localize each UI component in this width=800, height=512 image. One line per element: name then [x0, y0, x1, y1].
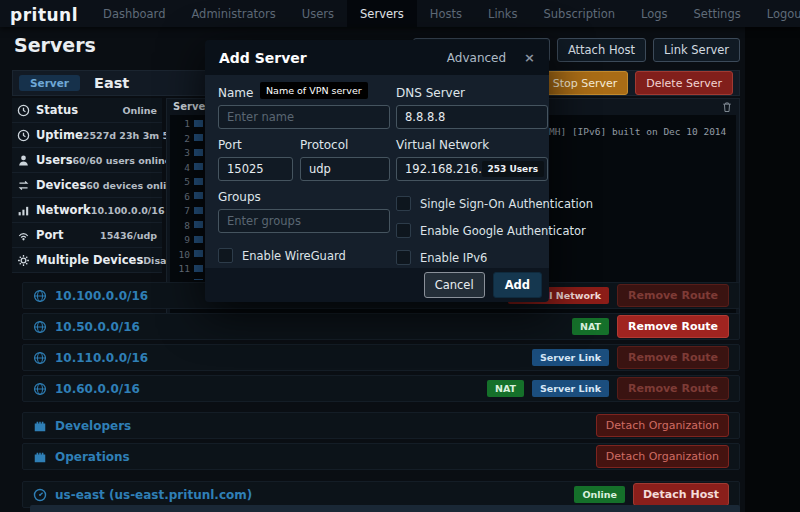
console-log-fragments — [194, 120, 203, 280]
signal-bars-icon — [17, 204, 30, 217]
link-server-button[interactable]: Link Server — [653, 38, 740, 62]
server-link-badge: Server Link — [532, 380, 609, 397]
users-count-badge: 253 Users — [482, 161, 544, 177]
modal-body: Name Name of VPN server Port Protocol Gr… — [205, 75, 549, 268]
close-icon[interactable]: × — [524, 50, 535, 65]
cancel-button[interactable]: Cancel — [424, 272, 485, 298]
nav-item-administrators[interactable]: Administrators — [178, 0, 288, 27]
host-row: us-east (us-east.pritunl.com) Online Det… — [22, 481, 740, 508]
info-row-multiple-devices: Multiple Devices Disabled — [12, 248, 162, 273]
route-cidr: 10.60.0.0/16 — [55, 382, 140, 396]
checkbox-icon[interactable] — [218, 248, 233, 263]
top-nav: pritunl Dashboard Administrators Users S… — [0, 0, 800, 27]
advanced-button[interactable]: Advanced — [447, 51, 506, 65]
nav-item-dashboard[interactable]: Dashboard — [90, 0, 178, 27]
nav-item-settings[interactable]: Settings — [681, 0, 754, 27]
next-panel-edge — [30, 505, 740, 512]
wifi-icon — [17, 229, 30, 242]
nat-badge: NAT — [487, 380, 524, 397]
nav-item-users[interactable]: Users — [289, 0, 347, 27]
page-title: Servers — [14, 34, 96, 56]
organization-row: Developers Detach Organization — [22, 412, 740, 439]
pritunl-app: pritunl Dashboard Administrators Users S… — [0, 0, 800, 512]
globe-icon — [33, 289, 47, 303]
status-clock-icon — [17, 104, 30, 117]
groups-input[interactable] — [218, 209, 390, 233]
protocol-label: Protocol — [300, 138, 390, 152]
route-cidr: 10.50.0.0/16 — [55, 320, 140, 334]
nav-item-subscription[interactable]: Subscription — [531, 0, 628, 27]
sso-checkbox-row[interactable]: Single Sign-On Authentication — [396, 196, 548, 211]
trash-icon[interactable] — [721, 101, 733, 113]
nav-item-hosts[interactable]: Hosts — [417, 0, 475, 27]
info-row-status: Status Online — [12, 98, 162, 123]
pritunl-logo[interactable]: pritunl — [0, 0, 90, 27]
virtual-network-label: Virtual Network — [396, 138, 548, 152]
route-cidr: 10.100.0.0/16 — [55, 289, 148, 303]
groups-label: Groups — [218, 190, 390, 204]
gauge-icon — [33, 488, 47, 502]
delete-server-button[interactable]: Delete Server — [635, 71, 733, 95]
server-type-badge: Server — [19, 75, 80, 91]
detach-organization-button[interactable]: Detach Organization — [596, 445, 729, 468]
globe-icon — [33, 382, 47, 396]
nat-badge: NAT — [572, 318, 609, 335]
route-cidr: 10.110.0.0/16 — [55, 351, 148, 365]
route-row: 10.110.0.0/16 Server Link Remove Route — [22, 344, 740, 371]
organization-name: Operations — [55, 450, 130, 464]
server-link-badge: Server Link — [532, 349, 609, 366]
checkbox-icon[interactable] — [396, 196, 411, 211]
dns-server-label: DNS Server — [396, 86, 548, 100]
modal-header: Add Server Advanced × — [205, 40, 549, 75]
name-label: Name Name of VPN server — [218, 86, 390, 100]
port-label: Port — [218, 138, 293, 152]
server-name: East — [94, 75, 129, 91]
remove-route-button[interactable]: Remove Route — [617, 315, 729, 338]
name-input[interactable] — [218, 105, 390, 129]
route-row: 10.50.0.0/16 NAT Remove Route — [22, 313, 740, 340]
info-row-devices: Devices 60 devices online — [12, 173, 162, 198]
globe-icon — [33, 320, 47, 334]
info-row-users: Users 60/60 users online — [12, 148, 162, 173]
checkbox-icon[interactable] — [396, 250, 411, 265]
fort-icon — [33, 450, 47, 464]
detach-organization-button[interactable]: Detach Organization — [596, 414, 729, 437]
checkbox-icon[interactable] — [396, 223, 411, 238]
info-row-uptime: Uptime 2527d 23h 3m 59s — [12, 123, 162, 148]
remove-route-button[interactable]: Remove Route — [617, 377, 729, 400]
online-badge: Online — [574, 486, 625, 503]
server-info-list: Status Online Uptime 2527d 23h 3m 59s Us… — [12, 98, 162, 273]
add-server-modal: Add Server Advanced × Name Name of VPN s… — [205, 40, 549, 302]
clock-icon — [17, 129, 30, 142]
info-row-port: Port 15436/udp — [12, 223, 162, 248]
name-tooltip: Name of VPN server — [260, 82, 368, 99]
remove-route-button[interactable]: Remove Route — [617, 346, 729, 369]
exchange-arrows-icon — [17, 179, 30, 192]
console-log-line: MH] [IPv6] built on Dec 10 2014 — [549, 126, 726, 137]
stop-server-button[interactable]: Stop Server — [542, 71, 629, 95]
fort-icon — [33, 419, 47, 433]
nav-item-logs[interactable]: Logs — [628, 0, 681, 27]
add-button[interactable]: Add — [493, 272, 542, 298]
route-row: 10.60.0.0/16 NAT Server Link Remove Rout… — [22, 375, 740, 402]
detach-host-button[interactable]: Detach Host — [633, 483, 729, 506]
info-row-network: Network 10.100.0.0/16 — [12, 198, 162, 223]
google-authenticator-checkbox-row[interactable]: Enable Google Authenticator — [396, 223, 548, 238]
protocol-input[interactable] — [300, 157, 390, 181]
organization-row: Operations Detach Organization — [22, 443, 740, 470]
host-name: us-east (us-east.pritunl.com) — [55, 488, 252, 502]
nav-item-logout[interactable]: Logout — [754, 0, 800, 27]
enable-ipv6-checkbox-row[interactable]: Enable IPv6 — [396, 250, 548, 265]
nav-item-servers[interactable]: Servers — [347, 0, 417, 27]
console-line-numbers: 1 2 3 4 5 6 7 8 9 10 11 — [170, 117, 190, 277]
remove-route-button[interactable]: Remove Route — [617, 284, 729, 307]
dns-server-input[interactable] — [396, 105, 548, 129]
modal-title: Add Server — [219, 50, 307, 66]
attach-host-button[interactable]: Attach Host — [557, 38, 646, 62]
page-right-gutter — [745, 27, 800, 512]
enable-wireguard-checkbox-row[interactable]: Enable WireGuard — [218, 248, 390, 263]
modal-footer: Cancel Add — [205, 268, 549, 302]
port-input[interactable] — [218, 157, 293, 181]
nav-item-links[interactable]: Links — [475, 0, 531, 27]
globe-icon — [33, 351, 47, 365]
